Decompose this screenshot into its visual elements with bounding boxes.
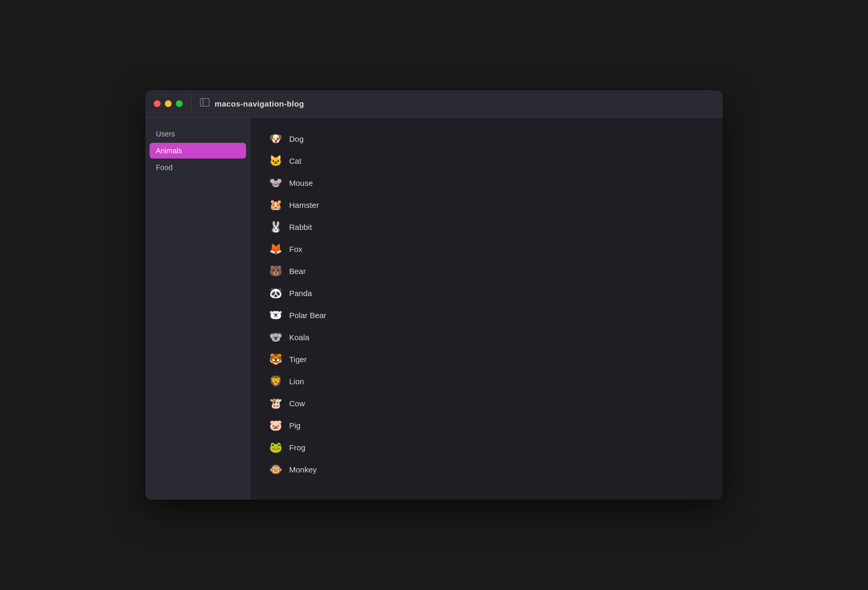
list-item[interactable]: 🐻‍❄️Polar Bear [266,304,707,325]
animal-name-label: Fox [289,245,302,254]
animal-emoji-icon: 🐭 [268,176,283,189]
animal-emoji-icon: 🐨 [268,331,283,343]
animal-name-label: Mouse [289,178,313,187]
sidebar: Users Animals Food [145,118,250,500]
animal-name-label: Bear [289,267,306,276]
animal-name-label: Polar Bear [289,311,326,320]
traffic-lights [154,100,183,107]
animal-emoji-icon: 🦁 [268,375,283,387]
animal-emoji-icon: 🐷 [268,419,283,431]
list-item[interactable]: 🐱Cat [266,150,707,171]
animal-name-label: Lion [289,377,304,386]
list-item[interactable]: 🐹Hamster [266,194,707,215]
list-item[interactable]: 🐰Rabbit [266,216,707,237]
animal-emoji-icon: 🐼 [268,287,283,299]
list-item[interactable]: 🐭Mouse [266,172,707,193]
animal-name-label: Monkey [289,465,317,474]
minimize-button[interactable] [165,100,172,107]
list-item[interactable]: 🐷Pig [266,415,707,436]
animal-name-label: Dog [289,134,304,143]
animal-emoji-icon: 🦊 [268,243,283,255]
list-item[interactable]: 🐵Monkey [266,459,707,480]
animal-emoji-icon: 🐰 [268,220,283,233]
svg-rect-0 [200,99,209,107]
animal-name-label: Rabbit [289,223,312,231]
sidebar-item-food[interactable]: Food [150,160,246,175]
animal-emoji-icon: 🐱 [268,154,283,167]
list-item[interactable]: 🐼Panda [266,282,707,303]
list-item[interactable]: 🐸Frog [266,437,707,458]
animal-emoji-icon: 🐯 [268,353,283,365]
list-item[interactable]: 🐻Bear [266,260,707,281]
animal-list: 🐶Dog🐱Cat🐭Mouse🐹Hamster🐰Rabbit🦊Fox🐻Bear🐼P… [266,128,707,480]
animal-emoji-icon: 🐶 [268,132,283,145]
animal-name-label: Pig [289,421,301,430]
animal-name-label: Hamster [289,201,319,209]
sidebar-item-animals[interactable]: Animals [150,143,246,159]
sidebar-item-users[interactable]: Users [150,126,246,142]
animal-emoji-icon: 🐸 [268,441,283,454]
animal-name-label: Koala [289,333,309,342]
animal-name-label: Cow [289,399,305,408]
close-button[interactable] [154,100,161,107]
animal-emoji-icon: 🐻‍❄️ [268,309,283,321]
list-item[interactable]: 🐶Dog [266,128,707,149]
titlebar: macos-navigation-blog [145,90,723,118]
content-area: Users Animals Food 🐶Dog🐱Cat🐭Mouse🐹Hamste… [145,118,723,500]
list-item[interactable]: 🐯Tiger [266,349,707,370]
list-item[interactable]: 🦁Lion [266,371,707,392]
animal-emoji-icon: 🐻 [268,265,283,277]
animal-name-label: Panda [289,289,312,298]
window-title: macos-navigation-blog [215,99,304,108]
animal-name-label: Tiger [289,355,307,364]
animal-emoji-icon: 🐵 [268,463,283,476]
animal-name-label: Cat [289,156,301,165]
list-item[interactable]: 🐨Koala [266,326,707,347]
maximize-button[interactable] [176,100,183,107]
app-window: macos-navigation-blog Users Animals Food… [145,90,723,500]
list-item[interactable]: 🦊Fox [266,238,707,259]
animal-emoji-icon: 🐹 [268,198,283,211]
main-content: 🐶Dog🐱Cat🐭Mouse🐹Hamster🐰Rabbit🦊Fox🐻Bear🐼P… [250,118,723,500]
sidebar-toggle-icon[interactable] [200,98,209,109]
animal-emoji-icon: 🐮 [268,397,283,409]
animal-name-label: Frog [289,443,305,452]
titlebar-divider [191,96,192,112]
list-item[interactable]: 🐮Cow [266,393,707,414]
